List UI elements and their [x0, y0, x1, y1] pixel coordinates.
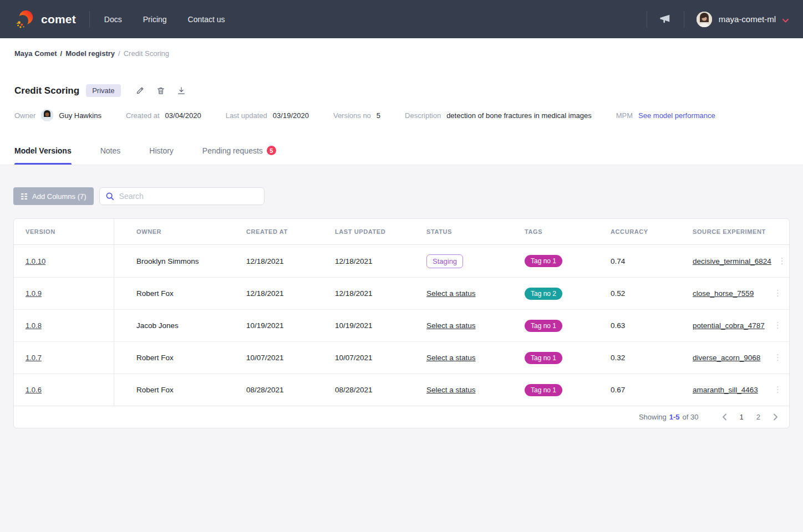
version-link[interactable]: 1.0.7 [26, 354, 42, 362]
status-link[interactable]: Select a status [426, 289, 476, 298]
comet-logo-icon [14, 9, 35, 30]
version-link[interactable]: 1.0.9 [26, 289, 42, 298]
showing-range: 1-5 [669, 413, 680, 421]
tag-pill[interactable]: Tag no 1 [525, 320, 562, 332]
row-menu-button[interactable]: ⋮ [772, 321, 784, 330]
row-menu-button[interactable]: ⋮ [772, 289, 784, 298]
columns-icon [21, 193, 28, 200]
created-at-label: Created at [126, 111, 160, 120]
owner-cell: Jacob Jones [114, 310, 224, 341]
breadcrumb-model-registry[interactable]: Model registry [65, 49, 115, 58]
tab-model-versions[interactable]: Model Versions [14, 140, 72, 165]
nav-link-pricing[interactable]: Pricing [143, 15, 167, 24]
column-header-owner[interactable]: OWNER [114, 219, 224, 244]
created-cell: 12/18/2021 [224, 245, 313, 277]
tag-pill[interactable]: Tag no 1 [525, 352, 562, 364]
source-experiment-link[interactable]: decisive_terminal_6824 [693, 257, 771, 265]
tab-label: Notes [100, 146, 121, 155]
table-row: 1.0.8 Jacob Jones 10/19/2021 10/19/2021 … [14, 309, 789, 341]
column-header-last-updated[interactable]: LAST UPDATED [313, 219, 404, 244]
search-icon [105, 192, 114, 201]
top-navbar: comet Docs Pricing Contact us [0, 0, 803, 38]
column-header-status[interactable]: STATUS [404, 219, 502, 244]
version-link[interactable]: 1.0.6 [26, 386, 42, 394]
meta-updated: Last updated 03/19/2020 [226, 111, 309, 120]
owner-label: Owner [14, 111, 35, 120]
breadcrumb-workspace[interactable]: Maya Comet [14, 49, 57, 58]
add-columns-button[interactable]: Add Columns (7) [13, 187, 94, 205]
status-chip[interactable]: Staging [426, 254, 463, 268]
nav-link-contact[interactable]: Contact us [188, 15, 225, 24]
table-toolbar: Add Columns (7) [13, 187, 790, 205]
status-link[interactable]: Select a status [426, 386, 476, 394]
page-header: Maya Comet / Model registry / Credit Sco… [0, 38, 803, 165]
accuracy-cell: 0.74 [588, 245, 670, 277]
table-footer: Showing 1-5 of 30 1 2 [14, 406, 789, 428]
announcements-megaphone-icon[interactable] [659, 14, 672, 25]
breadcrumb-current: Credit Scoring [124, 49, 169, 58]
delete-button[interactable] [155, 85, 166, 96]
breadcrumb: Maya Comet / Model registry / Credit Sco… [14, 49, 789, 58]
see-model-performance-link[interactable]: See model performance [638, 111, 715, 120]
nav-link-docs[interactable]: Docs [104, 15, 122, 24]
source-experiment-link[interactable]: close_horse_7559 [693, 289, 754, 298]
source-experiment-link[interactable]: potential_cobra_4787 [693, 321, 765, 330]
column-header-version[interactable]: VERSION [14, 219, 114, 244]
updated-cell: 12/18/2021 [313, 245, 404, 277]
row-menu-button[interactable]: ⋮ [772, 385, 784, 394]
tab-pending-requests[interactable]: Pending requests 5 [202, 140, 276, 165]
tag-pill[interactable]: Tag no 1 [525, 255, 562, 267]
table-row: 1.0.10 Brooklyn Simmons 12/18/2021 12/18… [14, 245, 789, 277]
owner-avatar [41, 109, 53, 121]
page-button-1[interactable]: 1 [740, 413, 744, 421]
row-menu-button[interactable]: ⋮ [777, 257, 788, 265]
comet-logo[interactable]: comet [14, 9, 76, 30]
column-header-tags[interactable]: TAGS [502, 219, 588, 244]
column-header-source-experiment[interactable]: SOURCE EXPERIMENT [670, 219, 767, 244]
version-link[interactable]: 1.0.10 [26, 257, 45, 265]
owner-cell: Robert Fox [114, 278, 224, 309]
owner-name: Guy Hawkins [59, 111, 101, 120]
tab-history[interactable]: History [149, 140, 174, 165]
accuracy-cell: 0.32 [588, 342, 670, 374]
tag-pill[interactable]: Tag no 1 [525, 384, 562, 396]
versions-no-value: 5 [377, 111, 380, 120]
status-link[interactable]: Select a status [426, 321, 476, 330]
table-row: 1.0.9 Robert Fox 12/18/2021 12/18/2021 S… [14, 277, 789, 309]
accuracy-cell: 0.63 [588, 310, 670, 341]
navbar-right: maya-comet-ml [634, 11, 789, 28]
previous-page-button[interactable] [722, 413, 727, 421]
tab-notes[interactable]: Notes [100, 140, 121, 165]
updated-cell: 12/18/2021 [313, 278, 404, 309]
search-input[interactable] [119, 192, 258, 201]
row-menu-button[interactable]: ⋮ [772, 353, 784, 362]
source-experiment-link[interactable]: diverse_acorn_9068 [693, 354, 760, 362]
model-versions-table: VERSION OWNER CREATED AT LAST UPDATED ST… [13, 218, 790, 428]
showing-of: of 30 [683, 413, 699, 421]
breadcrumb-separator: / [60, 49, 63, 58]
accuracy-cell: 0.67 [588, 374, 670, 406]
column-header-accuracy[interactable]: ACCURACY [588, 219, 670, 244]
status-link[interactable]: Select a status [426, 354, 476, 362]
breadcrumb-separator: / [118, 49, 120, 58]
showing-label: Showing [639, 413, 667, 421]
pending-requests-count-badge: 5 [267, 146, 276, 155]
download-button[interactable] [176, 85, 187, 96]
page-button-2[interactable]: 2 [756, 413, 760, 421]
source-experiment-link[interactable]: amaranth_sill_4463 [693, 386, 758, 394]
tag-pill[interactable]: Tag no 2 [525, 288, 562, 300]
description-label: Description [405, 111, 441, 120]
meta-created: Created at 03/04/2020 [126, 111, 201, 120]
showing-summary: Showing 1-5 of 30 [639, 413, 699, 421]
version-link[interactable]: 1.0.8 [26, 321, 42, 330]
edit-button[interactable] [134, 85, 146, 96]
user-menu[interactable]: maya-comet-ml [697, 12, 789, 27]
nav-divider [684, 11, 684, 28]
next-page-button[interactable] [773, 413, 778, 421]
username: maya-comet-ml [719, 14, 776, 24]
created-cell: 10/19/2021 [224, 310, 313, 341]
last-updated-value: 03/19/2020 [273, 111, 309, 120]
column-header-created-at[interactable]: CREATED AT [224, 219, 313, 244]
nav-divider [647, 11, 647, 28]
meta-mpm: MPM See model performance [616, 111, 715, 120]
